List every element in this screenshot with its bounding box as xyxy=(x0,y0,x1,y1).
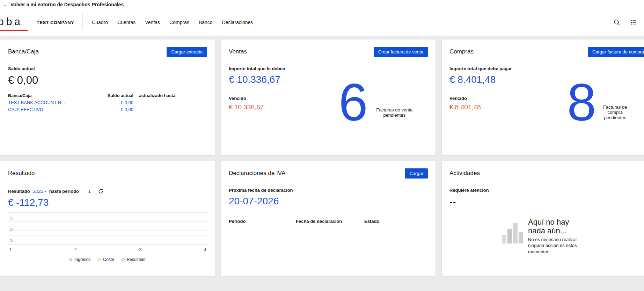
bank-account-saldo: € 0,00 xyxy=(97,100,133,105)
task-list-icon[interactable] xyxy=(630,19,637,26)
resultado-controls: Resultado 2025 ▾ hasta período xyxy=(8,188,207,194)
refresh-icon[interactable] xyxy=(98,188,104,194)
back-link-label: Volver a mi entorno de Despachos Profesi… xyxy=(10,2,124,7)
resultado-title: Resultado xyxy=(8,170,35,177)
empty-state-subtitle: No es necesario realizar ninguna acción … xyxy=(528,237,594,255)
header-periodo: Período xyxy=(229,219,296,224)
chevron-down-icon: ▾ xyxy=(44,189,46,193)
nav-divider xyxy=(82,14,83,30)
header-actualizado-hasta: actualizado hasta xyxy=(139,93,183,98)
header-banca-caja: Banca/Caja xyxy=(8,93,91,98)
resultado-label: Resultado xyxy=(8,189,30,194)
diamond-marker-icon xyxy=(98,258,101,261)
compras-card: Compras Cargar factura de compra Importe… xyxy=(441,39,644,155)
bank-account-actualizado: - - xyxy=(139,107,183,112)
importe-pagar-label: Importe total que debe pagar xyxy=(449,66,549,71)
resultado-value: € -112,73 xyxy=(8,197,207,208)
nav-item-cuadro[interactable]: Cuadro xyxy=(92,20,108,25)
dashboard-content: Banca/Caja Cargar extracto Saldo actual … xyxy=(0,36,644,276)
resultado-chart xyxy=(8,212,208,245)
top-back-bar: ← Volver a mi entorno de Despachos Profe… xyxy=(0,0,644,9)
pending-purchases-count: 8 xyxy=(567,79,596,126)
importe-deben-label: Importe total que le deben xyxy=(229,66,328,71)
header-estado: Estado xyxy=(364,219,428,224)
legend-label: Resultado xyxy=(127,257,146,262)
search-icon[interactable] xyxy=(613,19,620,26)
actividades-card: Actividades Requiere atención -- Aquí no… xyxy=(441,161,644,276)
header-fecha-declaracion: Fecha de declaración xyxy=(296,219,364,224)
vencido-label: Vencido xyxy=(229,96,328,101)
vencido-value: € 10.336,67 xyxy=(229,103,328,111)
vencido-label: Vencido xyxy=(449,96,549,101)
banca-caja-title: Banca/Caja xyxy=(8,48,39,55)
legend-label: Coste xyxy=(103,257,114,262)
x-tick: 4 xyxy=(204,247,206,252)
actividades-title: Actividades xyxy=(449,170,480,177)
x-tick: 2 xyxy=(74,247,77,252)
importe-pagar-value: € 8.401,48 xyxy=(449,74,549,85)
declaraciones-iva-card: Declaraciones de IVA Cargar Próxima fech… xyxy=(221,161,436,276)
empty-state: Aquí no hay nada aún... No es necesario … xyxy=(502,218,644,255)
bank-account-row: CAJA EFECTIVO € 0,00 - - xyxy=(8,106,183,113)
chart-legend: Ingresos Coste Resultado xyxy=(8,257,207,262)
ventas-title: Ventas xyxy=(229,48,247,55)
iva-table-header: Período Fecha de declaración Estado xyxy=(229,219,428,224)
banca-caja-card: Banca/Caja Cargar extracto Saldo actual … xyxy=(0,39,215,155)
pending-purchases-caption: Facturas de compra pendientes xyxy=(600,104,630,120)
bank-accounts-table: Banca/Caja Saldo actual actualizado hast… xyxy=(8,92,183,113)
cargar-declaracion-button[interactable]: Cargar xyxy=(405,168,428,179)
main-navbar: pba TEST COMPANY Cuadro Cuentas Ventas C… xyxy=(0,9,644,36)
resultado-card: Resultado Resultado 2025 ▾ hasta período… xyxy=(0,161,215,276)
saldo-actual-label: Saldo actual xyxy=(8,66,207,71)
nav-item-ventas[interactable]: Ventas xyxy=(145,20,160,25)
x-tick: 1 xyxy=(9,247,12,252)
diamond-marker-icon xyxy=(69,258,73,261)
cargar-factura-compra-button[interactable]: Cargar factura de compra xyxy=(588,47,644,57)
year-select[interactable]: 2025 ▾ xyxy=(33,189,46,194)
crear-factura-venta-button[interactable]: Crear factura de venta xyxy=(374,47,428,57)
nav-item-declaraciones[interactable]: Declaraciones xyxy=(222,20,253,25)
bar-chart-illustration-icon xyxy=(502,223,523,243)
pending-sales-count: 6 xyxy=(339,79,368,126)
hasta-periodo-label: hasta período xyxy=(49,189,79,194)
nav-item-banco[interactable]: Banco xyxy=(199,20,213,25)
requiere-atencion-label: Requiere atención xyxy=(449,188,644,193)
legend-label: Ingresos xyxy=(74,257,90,262)
vencido-value: € 8.401,48 xyxy=(449,103,549,111)
cargar-extracto-button[interactable]: Cargar extracto xyxy=(167,47,207,57)
saldo-actual-value: € 0,00 xyxy=(8,74,207,87)
compras-title: Compras xyxy=(449,48,474,55)
bank-account-link[interactable]: CAJA EFECTIVO xyxy=(8,107,91,112)
importe-deben-value: € 10.336,67 xyxy=(229,74,328,85)
app-logo[interactable]: pba xyxy=(0,13,28,32)
nav-item-compras[interactable]: Compras xyxy=(169,20,189,25)
pending-sales-caption: Facturas de venta pendientes xyxy=(371,107,417,118)
nav-right-icons xyxy=(613,19,644,26)
iva-title: Declaraciones de IVA xyxy=(229,170,285,177)
empty-state-title: Aquí no hay nada aún... xyxy=(528,218,587,235)
empty-state-texts: Aquí no hay nada aún... No es necesario … xyxy=(528,218,598,255)
back-arrow-icon: ← xyxy=(3,2,8,7)
x-tick: 3 xyxy=(139,247,142,252)
bank-account-row: TEST BANK ACCOUNT N... € 0,00 - - xyxy=(8,99,183,106)
nav-item-cuentas[interactable]: Cuentas xyxy=(117,20,136,25)
legend-item-resultado: Resultado xyxy=(122,257,146,262)
bank-account-actualizado: - - xyxy=(139,100,183,105)
resultado-point-marker xyxy=(10,239,13,242)
ventas-card: Ventas Crear factura de venta Importe to… xyxy=(221,39,436,155)
back-link[interactable]: ← Volver a mi entorno de Despachos Profe… xyxy=(3,2,124,7)
coste-point-marker xyxy=(10,217,13,220)
main-nav: Cuadro Cuentas Ventas Compras Banco Decl… xyxy=(92,20,253,25)
ingresos-point-marker xyxy=(10,228,13,231)
legend-item-ingresos: Ingresos xyxy=(69,257,90,262)
year-select-value: 2025 xyxy=(33,189,43,194)
proxima-fecha-value: 20-07-2026 xyxy=(229,196,428,207)
app-logo-text: pba xyxy=(0,16,23,27)
period-input[interactable] xyxy=(85,189,94,194)
chart-x-axis: 1 2 3 4 xyxy=(8,247,208,252)
bank-account-saldo: € 0,00 xyxy=(97,107,133,112)
legend-item-coste: Coste xyxy=(98,257,114,262)
requiere-atencion-value: -- xyxy=(449,196,644,207)
bank-table-header: Banca/Caja Saldo actual actualizado hast… xyxy=(8,92,183,99)
bank-account-link[interactable]: TEST BANK ACCOUNT N... xyxy=(8,100,91,105)
